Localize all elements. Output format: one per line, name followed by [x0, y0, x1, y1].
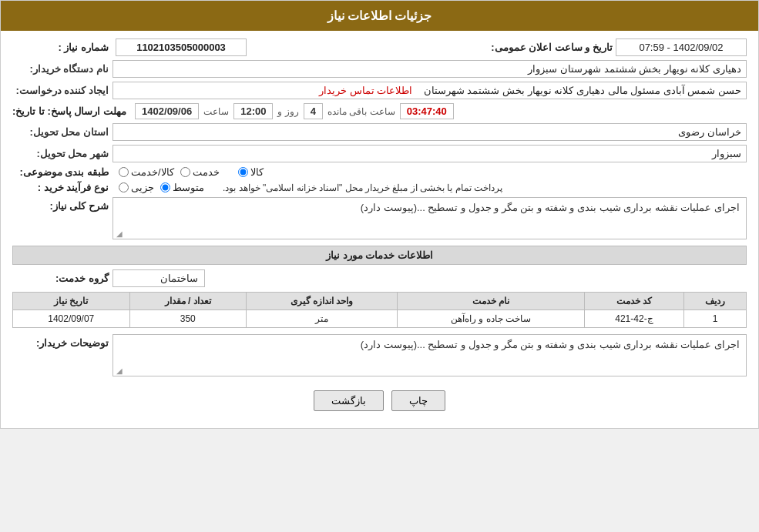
col-header-code: کد خدمت: [584, 293, 683, 310]
need-number-label: شماره نیاز :: [12, 42, 113, 53]
service-group-label: گروه خدمت:: [12, 273, 113, 284]
cell-date: 1402/09/07: [13, 310, 130, 328]
category-option-khedmat[interactable]: خدمت: [180, 166, 220, 178]
purchase-type-label-motevasset: متوسط: [173, 182, 204, 193]
buyer-description-row: توضیحات خریدار: اجرای عملیات نقشه برداری…: [12, 334, 747, 376]
response-days-value: 4: [304, 103, 323, 119]
description-row: شرح کلی نیاز: اجرای عملیات نقشه برداری ش…: [12, 197, 747, 239]
cell-name: ساخت جاده و راه‌آهن: [398, 310, 585, 328]
category-radio-kala-khedmat[interactable]: [119, 167, 129, 177]
creator-label: ایجاد کننده درخواست:: [12, 85, 113, 96]
description-text: اجرای عملیات نقشه برداری شیب بندی و شفته…: [361, 202, 740, 213]
category-radio-khedmat[interactable]: [180, 167, 190, 177]
col-header-unit: واحد اندازه گیری: [246, 293, 397, 310]
response-days-label: روز و: [277, 106, 298, 117]
category-label-kala: کالا: [250, 166, 264, 178]
announcement-date-value: 1402/09/02 - 07:59: [616, 38, 747, 56]
category-label-kala-khedmat: کالا/خدمت: [131, 166, 174, 178]
need-number-row: شماره نیاز : 1102103505000003 تاریخ و سا…: [12, 38, 747, 56]
delivery-province-row: استان محل تحویل: خراسان رضوی: [12, 123, 747, 141]
creator-row: ایجاد کننده درخواست: حسن شمس آبادی مسئول…: [12, 82, 747, 99]
response-deadline-label: مهلت ارسال پاسخ: تا تاریخ:: [12, 105, 130, 117]
col-header-name: نام خدمت: [398, 293, 585, 310]
delivery-province-label: استان محل تحویل:: [12, 126, 113, 138]
purchase-type-label-jozi: جزیی: [131, 182, 154, 193]
purchase-type-label: نوع فرآیند خرید :: [12, 182, 113, 193]
cell-row: 1: [684, 310, 747, 328]
service-group-row: گروه خدمت: ساختمان: [12, 269, 747, 287]
back-button[interactable]: بازگشت: [314, 390, 384, 411]
category-label-khedmat: خدمت: [193, 166, 220, 178]
cell-quantity: 350: [129, 310, 246, 328]
cell-unit: متر: [246, 310, 397, 328]
countdown-value: 03:47:40: [400, 103, 454, 119]
response-date-value: 1402/09/06: [135, 103, 199, 119]
col-header-quantity: تعداد / مقدار: [129, 293, 246, 310]
services-section-title: اطلاعات خدمات مورد نیاز: [12, 246, 747, 265]
content-area: شماره نیاز : 1102103505000003 تاریخ و سا…: [1, 31, 758, 428]
category-label: طبقه بندی موضوعی:: [12, 166, 113, 178]
category-radio-kala[interactable]: [238, 167, 248, 177]
purchase-type-note: پرداخت تمام یا بخشی از مبلغ خریدار محل "…: [223, 182, 502, 193]
response-deadline-row: مهلت ارسال پاسخ: تا تاریخ: 1402/09/06 سا…: [12, 103, 747, 119]
button-row: چاپ بازگشت: [12, 383, 747, 420]
announcement-date-label: تاریخ و ساعت اعلان عمومی:: [486, 42, 613, 53]
purchase-type-jozi[interactable]: جزیی: [119, 182, 154, 193]
response-time-value: 12:00: [233, 103, 273, 119]
resize-handle-icon: ◢: [115, 229, 123, 237]
category-row: طبقه بندی موضوعی: کالا/خدمت خدمت کالا: [12, 166, 747, 178]
page-title: جزئیات اطلاعات نیاز: [327, 9, 432, 22]
cell-code: ج-42-421: [584, 310, 683, 328]
services-table: ردیف کد خدمت نام خدمت واحد اندازه گیری ت…: [12, 292, 747, 328]
description-label: شرح کلی نیاز:: [12, 197, 113, 212]
service-group-value: ساختمان: [113, 269, 205, 287]
requester-org-value: دهیاری کلانه نویهار بخش ششتمد شهرستان سب…: [113, 60, 747, 78]
delivery-city-row: شهر محل تحویل: سبزوار: [12, 145, 747, 162]
need-number-value: 1102103505000003: [116, 38, 247, 56]
purchase-type-radio-motevasset[interactable]: [160, 182, 170, 192]
requester-org-row: نام دستگاه خریدار: دهیاری کلانه نویهار ب…: [12, 60, 747, 78]
purchase-type-radio-jozi[interactable]: [119, 182, 129, 192]
purchase-type-row: نوع فرآیند خرید : جزیی متوسط پرداخت تمام…: [12, 182, 747, 193]
buyer-resize-handle-icon: ◢: [115, 366, 123, 374]
delivery-city-label: شهر محل تحویل:: [12, 148, 113, 159]
table-row: 1 ج-42-421 ساخت جاده و راه‌آهن متر 350 1…: [13, 310, 747, 328]
purchase-type-motevasset[interactable]: متوسط: [160, 182, 204, 193]
creator-contact-link[interactable]: اطلاعات تماس خریدار: [319, 85, 412, 96]
delivery-city-value: سبزوار: [113, 145, 747, 162]
col-header-row: ردیف: [684, 293, 747, 310]
main-container: جزئیات اطلاعات نیاز شماره نیاز : 1102103…: [0, 0, 759, 429]
buyer-description-label: توضیحات خریدار:: [12, 334, 113, 349]
creator-value: حسن شمس آبادی مسئول مالی دهیاری کلانه نو…: [113, 82, 747, 99]
page-header: جزئیات اطلاعات نیاز: [1, 1, 758, 31]
creator-name: حسن شمس آبادی مسئول مالی دهیاری کلانه نو…: [424, 85, 741, 96]
print-button[interactable]: چاپ: [391, 390, 445, 411]
countdown-label: ساعت باقی مانده: [327, 106, 395, 117]
delivery-province-value: خراسان رضوی: [113, 123, 747, 141]
buyer-description-value: اجرای عملیات نقشه برداری شیب بندی و شفته…: [113, 334, 747, 376]
buyer-description-text: اجرای عملیات نقشه برداری شیب بندی و شفته…: [361, 339, 740, 350]
category-option-kala[interactable]: کالا: [238, 166, 264, 178]
requester-org-label: نام دستگاه خریدار:: [12, 63, 113, 75]
response-time-label: ساعت: [203, 106, 229, 117]
description-value: اجرای عملیات نقشه برداری شیب بندی و شفته…: [113, 197, 747, 239]
col-header-date: تاریخ نیاز: [13, 293, 130, 310]
category-option-kala-khedmat[interactable]: کالا/خدمت: [119, 166, 174, 178]
